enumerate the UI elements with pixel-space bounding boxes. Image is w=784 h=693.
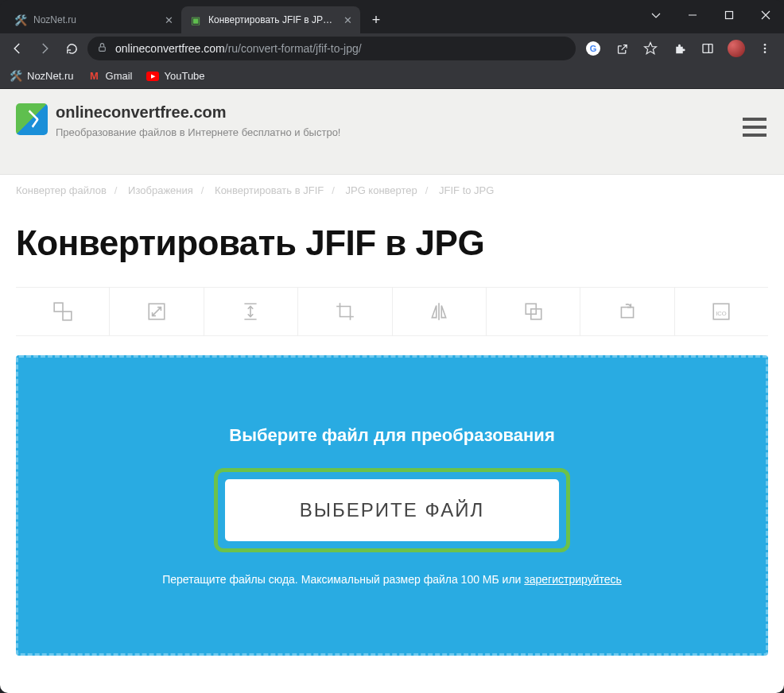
bookmark-label: YouTube: [164, 70, 204, 82]
browser-tab-active[interactable]: ▣ Конвертировать JFIF в JPG онла ✕: [181, 6, 360, 33]
tool-rotate-icon[interactable]: [580, 288, 674, 335]
arrow-conversion-icon: [16, 103, 48, 135]
site-header: onlineconvertfree.com Преобразование фай…: [0, 89, 784, 175]
breadcrumb-item[interactable]: JFIF to JPG: [439, 184, 494, 196]
svg-rect-13: [621, 308, 633, 318]
tool-merge-icon[interactable]: [16, 288, 110, 335]
menu-icon[interactable]: [752, 37, 778, 60]
svg-point-7: [764, 51, 767, 53]
profile-avatar[interactable]: [724, 37, 749, 60]
upload-dropzone[interactable]: Выберите файл для преобразования ВЫБЕРИТ…: [16, 355, 768, 656]
url-text: onlineconvertfree.com/ru/convert-format/…: [115, 42, 362, 55]
close-icon[interactable]: ✕: [343, 14, 352, 26]
tools-icon: 🛠️: [14, 14, 27, 26]
page-title: Конвертировать JFIF в JPG: [0, 206, 784, 287]
bookmark-label: Gmail: [106, 70, 133, 82]
gmail-icon: M: [88, 70, 101, 83]
address-bar[interactable]: onlineconvertfree.com/ru/convert-format/…: [87, 37, 576, 60]
tool-resize-icon[interactable]: [110, 288, 204, 335]
site-subtitle: Преобразование файлов в Интернете беспла…: [56, 125, 340, 141]
site-favicon-icon: ▣: [189, 14, 202, 26]
svg-rect-1: [726, 12, 733, 19]
back-button[interactable]: [6, 37, 29, 60]
bookmarks-bar: 🛠️ NozNet.ru M Gmail ▶ YouTube: [0, 64, 784, 89]
reload-button[interactable]: [60, 37, 83, 60]
svg-rect-2: [99, 47, 106, 51]
choose-file-button[interactable]: ВЫБЕРИТЕ ФАЙЛ: [225, 479, 559, 541]
menu-button[interactable]: [743, 118, 767, 137]
tool-overlay-icon[interactable]: [487, 288, 580, 335]
site-logo[interactable]: onlineconvertfree.com Преобразование фай…: [16, 103, 340, 141]
minimize-button[interactable]: [674, 0, 711, 30]
svg-rect-9: [63, 312, 72, 320]
extensions-icon[interactable]: [666, 37, 692, 60]
tool-ico-icon[interactable]: ICO: [675, 288, 768, 335]
svg-point-5: [764, 44, 767, 46]
maximize-button[interactable]: [711, 0, 747, 30]
tools-icon: 🛠️: [10, 70, 22, 83]
page-viewport: onlineconvertfree.com Преобразование фай…: [0, 89, 784, 693]
tool-compress-icon[interactable]: [204, 288, 298, 335]
toolbar-right-icons: G: [580, 37, 778, 60]
breadcrumb-item[interactable]: Изображения: [128, 184, 193, 196]
lock-icon: [97, 42, 107, 55]
choose-file-label: ВЫБЕРИТЕ ФАЙЛ: [300, 499, 484, 521]
svg-rect-3: [703, 45, 712, 53]
highlight-frame: ВЫБЕРИТЕ ФАЙЛ: [214, 468, 570, 552]
bookmark-item[interactable]: 🛠️ NozNet.ru: [10, 70, 74, 83]
bookmark-item[interactable]: M Gmail: [88, 70, 133, 83]
breadcrumb-item[interactable]: Конвертер файлов: [16, 184, 107, 196]
star-icon[interactable]: [638, 37, 663, 60]
register-link[interactable]: зарегистрируйтесь: [524, 573, 622, 586]
new-tab-button[interactable]: +: [365, 9, 387, 31]
browser-tab-inactive[interactable]: 🛠️ NozNet.ru ✕: [6, 6, 181, 33]
dropzone-hint: Перетащите файлы сюда. Максимальный разм…: [162, 573, 622, 586]
window-controls: [638, 0, 784, 30]
tab-title: Конвертировать JFIF в JPG онла: [208, 14, 337, 25]
breadcrumb-item[interactable]: Конвертировать в JFIF: [215, 184, 324, 196]
youtube-icon: ▶: [146, 70, 159, 83]
bookmark-label: NozNet.ru: [27, 70, 74, 82]
tool-crop-icon[interactable]: [298, 288, 392, 335]
site-title: onlineconvertfree.com: [56, 103, 340, 122]
google-icon[interactable]: G: [580, 37, 606, 60]
image-tools-strip: ICO: [16, 287, 768, 336]
dropzone-title: Выберите файл для преобразования: [229, 425, 554, 446]
tab-title: NozNet.ru: [33, 14, 158, 25]
breadcrumb: Конвертер файлов/ Изображения/ Конвертир…: [0, 175, 784, 206]
chevron-down-icon[interactable]: [638, 0, 674, 30]
svg-rect-8: [54, 303, 63, 312]
svg-text:ICO: ICO: [716, 310, 728, 317]
breadcrumb-item[interactable]: JPG конвертер: [345, 184, 417, 196]
browser-toolbar: onlineconvertfree.com/ru/convert-format/…: [0, 33, 784, 64]
window-titlebar: 🛠️ NozNet.ru ✕ ▣ Конвертировать JFIF в J…: [0, 0, 784, 33]
close-window-button[interactable]: [747, 0, 784, 30]
share-icon[interactable]: [609, 37, 635, 60]
sidepanel-icon[interactable]: [695, 37, 720, 60]
tool-flip-icon[interactable]: [393, 288, 487, 335]
close-icon[interactable]: ✕: [165, 14, 173, 26]
bookmark-item[interactable]: ▶ YouTube: [146, 70, 204, 83]
forward-button[interactable]: [33, 37, 56, 60]
svg-point-6: [764, 48, 767, 50]
